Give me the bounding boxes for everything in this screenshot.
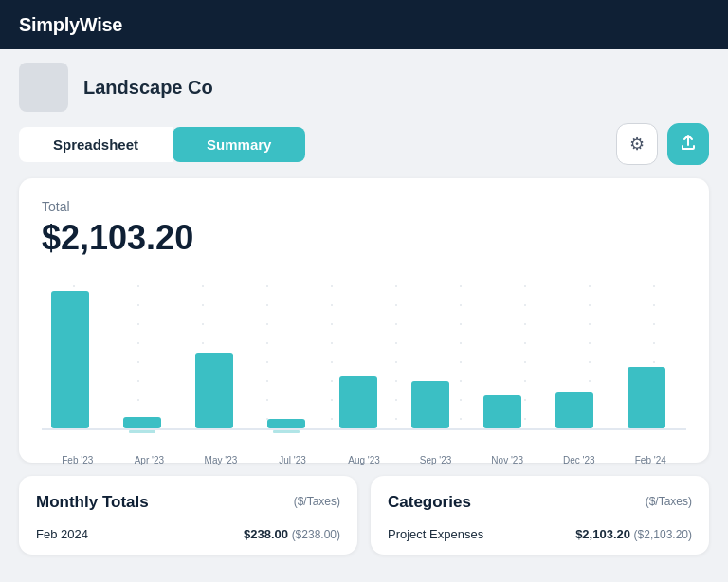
sub-header: Landscape Co <box>0 49 728 112</box>
tab-summary[interactable]: Summary <box>173 127 305 162</box>
label-nov23: Nov '23 <box>471 455 543 465</box>
bar-jul23 <box>267 419 305 428</box>
tabs-container: Spreadsheet Summary <box>19 127 305 162</box>
monthly-row-feb2024: Feb 2024 $238.00 ($238.00) <box>36 523 340 545</box>
monthly-row-value: $238.00 ($238.00) <box>244 527 340 541</box>
bar-may23 <box>195 353 233 428</box>
label-feb24: Feb '24 <box>615 455 687 465</box>
company-name: Landscape Co <box>83 77 213 99</box>
label-aug23: Aug '23 <box>328 455 400 465</box>
monthly-row-tax: ($238.00) <box>292 528 340 541</box>
categories-subtitle: ($/Taxes) <box>646 495 692 508</box>
bar-chart-container: Feb '23 Apr '23 May '23 Jul '23 Aug '23 … <box>42 277 686 447</box>
share-button[interactable] <box>667 123 709 165</box>
label-may23: May '23 <box>185 455 257 465</box>
bottom-cards: Monthly Totals ($/Taxes) Feb 2024 $238.0… <box>19 476 709 555</box>
categories-title: Categories <box>388 493 471 512</box>
x-axis-labels: Feb '23 Apr '23 May '23 Jul '23 Aug '23 … <box>42 451 686 465</box>
brand-name: SimplyWise <box>19 14 122 36</box>
bar-feb24 <box>628 367 665 428</box>
total-label: Total <box>42 199 686 214</box>
label-feb23: Feb '23 <box>42 455 114 465</box>
bar-sep23 <box>411 381 449 428</box>
monthly-totals-title: Monthly Totals <box>36 493 149 512</box>
bar-nov23 <box>483 395 521 428</box>
monthly-totals-card: Monthly Totals ($/Taxes) Feb 2024 $238.0… <box>19 476 357 555</box>
chart-card: Total $2,103.20 <box>19 178 709 463</box>
bar-dec23 <box>555 392 593 428</box>
bar-jul23-small <box>273 430 300 433</box>
main-content: Total $2,103.20 <box>0 165 728 568</box>
categories-card: Categories ($/Taxes) Project Expenses $2… <box>371 476 709 555</box>
category-row-project: Project Expenses $2,103.20 ($2,103.20) <box>388 523 692 545</box>
label-jul23: Jul '23 <box>257 455 329 465</box>
category-row-label: Project Expenses <box>388 527 483 541</box>
label-dec23: Dec '23 <box>543 455 615 465</box>
categories-header: Categories ($/Taxes) <box>388 493 692 512</box>
tab-spreadsheet[interactable]: Spreadsheet <box>19 127 173 162</box>
gear-icon: ⚙ <box>629 134 645 155</box>
label-apr23: Apr '23 <box>114 455 186 465</box>
bar-aug23 <box>339 376 377 428</box>
bar-apr23-small <box>129 430 155 433</box>
bar-feb23 <box>51 291 89 428</box>
avatar <box>19 63 68 112</box>
tabs-row: Spreadsheet Summary ⚙ <box>0 112 728 165</box>
category-row-tax: ($2,103.20) <box>634 528 692 541</box>
settings-button[interactable]: ⚙ <box>616 123 658 165</box>
toolbar-right: ⚙ <box>616 123 709 165</box>
bar-apr23 <box>123 417 161 428</box>
bar-chart-svg <box>42 277 686 447</box>
share-icon <box>679 133 698 156</box>
total-value: $2,103.20 <box>42 218 686 258</box>
top-bar: SimplyWise <box>0 0 728 49</box>
category-row-value: $2,103.20 ($2,103.20) <box>575 527 692 541</box>
monthly-row-label: Feb 2024 <box>36 527 88 541</box>
label-sep23: Sep '23 <box>400 455 472 465</box>
monthly-totals-subtitle: ($/Taxes) <box>294 495 340 508</box>
monthly-totals-header: Monthly Totals ($/Taxes) <box>36 493 340 512</box>
